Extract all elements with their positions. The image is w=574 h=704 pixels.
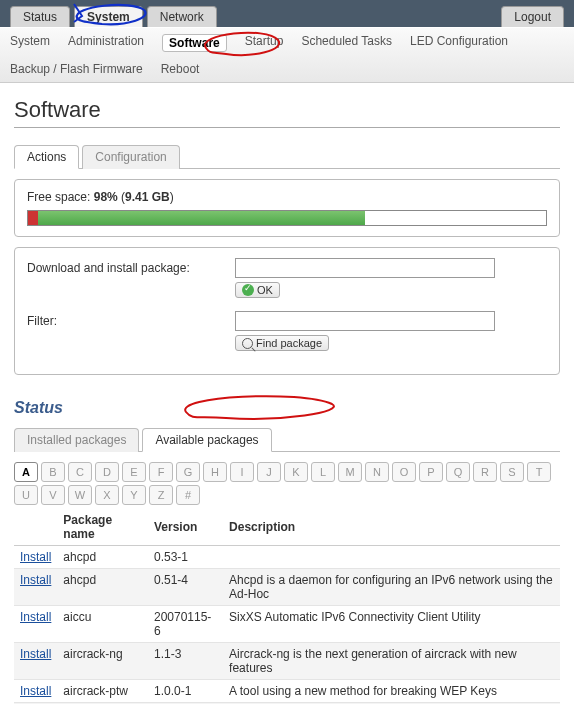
freespace-percent: 98% [94,190,118,204]
pkg-name: aircrack-ptw [57,679,148,702]
alpha-Z[interactable]: Z [149,485,173,505]
install-link[interactable]: Install [20,647,51,661]
actions-panel: Download and install package: OK Filter:… [14,247,560,375]
alpha-S[interactable]: S [500,462,524,482]
tab-installed-packages[interactable]: Installed packages [14,428,139,452]
status-heading: Status [14,399,560,417]
alpha-E[interactable]: E [122,462,146,482]
alpha-L[interactable]: L [311,462,335,482]
pkg-name: ahcpd [57,545,148,568]
table-row: Installaircrack-ptw1.0.0-1A tool using a… [14,679,560,702]
find-button[interactable]: Find package [235,335,329,351]
col-desc: Description [223,509,560,546]
sub-tab-software[interactable]: Software [162,34,227,52]
alpha-T[interactable]: T [527,462,551,482]
freespace-size: 9.41 GB [125,190,170,204]
install-link[interactable]: Install [20,550,51,564]
ok-icon [242,284,254,296]
freespace-used [28,211,38,225]
table-row: Installahcpd0.53-1 [14,545,560,568]
package-table: Package name Version Description Install… [14,509,560,705]
alpha-D[interactable]: D [95,462,119,482]
pkg-version: 1.0.0-1 [148,679,223,702]
freespace-free [38,211,364,225]
sub-tab-led-configuration[interactable]: LED Configuration [410,34,508,52]
sub-tab-startup[interactable]: Startup [245,34,284,52]
tab-actions[interactable]: Actions [14,145,79,169]
pkg-desc: Aircrack-ng is the next generation of ai… [223,642,560,679]
alpha-F[interactable]: F [149,462,173,482]
alpha-C[interactable]: C [68,462,92,482]
alpha-R[interactable]: R [473,462,497,482]
pkg-desc: SixXS Automatic IPv6 Connectivity Client… [223,605,560,642]
freespace-panel: Free space: 98% (9.41 GB) [14,179,560,237]
download-input[interactable] [235,258,495,278]
alpha-N[interactable]: N [365,462,389,482]
alpha-X[interactable]: X [95,485,119,505]
alpha-G[interactable]: G [176,462,200,482]
col-action [14,509,57,546]
ok-label: OK [257,284,273,296]
alpha-#[interactable]: # [176,485,200,505]
download-label: Download and install package: [27,258,227,275]
tab-configuration[interactable]: Configuration [82,145,179,169]
search-icon [242,338,253,349]
install-link[interactable]: Install [20,573,51,587]
alpha-B[interactable]: B [41,462,65,482]
sub-tab-system[interactable]: System [10,34,50,52]
ok-button[interactable]: OK [235,282,280,298]
alpha-Q[interactable]: Q [446,462,470,482]
top-tab-system[interactable]: System [74,6,143,27]
sub-tab-reboot[interactable]: Reboot [161,62,200,76]
col-version: Version [148,509,223,546]
alpha-O[interactable]: O [392,462,416,482]
pkg-version: 1.1-3 [148,642,223,679]
table-row: Installaiccu20070115-6SixXS Automatic IP… [14,605,560,642]
alpha-J[interactable]: J [257,462,281,482]
pkg-name: ahcpd [57,568,148,605]
alpha-V[interactable]: V [41,485,65,505]
top-tab-status[interactable]: Status [10,6,70,27]
sub-tab-administration[interactable]: Administration [68,34,144,52]
install-link[interactable]: Install [20,610,51,624]
pkg-version: 0.51-4 [148,568,223,605]
pkg-name: aiccu [57,605,148,642]
pkg-desc: A tool using a new method for breaking W… [223,679,560,702]
freespace-bar [27,210,547,226]
table-row: Installahcpd0.51-4Ahcpd is a daemon for … [14,568,560,605]
alpha-M[interactable]: M [338,462,362,482]
pkg-name: aircrack-ng [57,642,148,679]
alpha-Y[interactable]: Y [122,485,146,505]
install-link[interactable]: Install [20,684,51,698]
alpha-W[interactable]: W [68,485,92,505]
pkg-desc: Ahcpd is a daemon for configuring an IPv… [223,568,560,605]
sub-tab-backup-flash-firmware[interactable]: Backup / Flash Firmware [10,62,143,76]
alpha-P[interactable]: P [419,462,443,482]
alpha-K[interactable]: K [284,462,308,482]
alpha-A[interactable]: A [14,462,38,482]
alpha-H[interactable]: H [203,462,227,482]
freespace-label: Free space: 98% (9.41 GB) [27,190,547,204]
filter-label: Filter: [27,311,227,328]
col-name: Package name [57,509,148,546]
page-title: Software [14,97,560,128]
top-tab-network[interactable]: Network [147,6,217,27]
filter-input[interactable] [235,311,495,331]
pkg-version: 0.53-1 [148,545,223,568]
sub-tab-scheduled-tasks[interactable]: Scheduled Tasks [301,34,392,52]
alpha-I[interactable]: I [230,462,254,482]
alpha-U[interactable]: U [14,485,38,505]
freespace-prefix: Free space: [27,190,94,204]
find-label: Find package [256,337,322,349]
top-tab-logout[interactable]: Logout [501,6,564,27]
top-tab-spacer [221,6,498,27]
table-row: Installaircrack-ng1.1-3Aircrack-ng is th… [14,642,560,679]
pkg-desc [223,545,560,568]
tab-available-packages[interactable]: Available packages [142,428,271,452]
pkg-version: 20070115-6 [148,605,223,642]
